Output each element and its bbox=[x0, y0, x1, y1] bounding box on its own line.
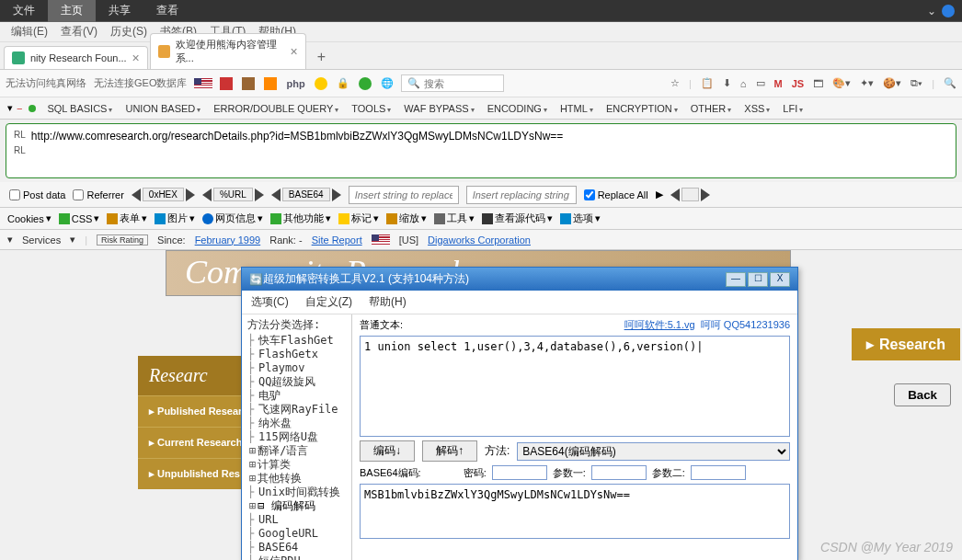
other-tool[interactable]: 其他功能▾ bbox=[270, 211, 331, 225]
tree-item[interactable]: GoogleURL bbox=[247, 527, 346, 541]
lock-icon[interactable]: 🔒 bbox=[337, 77, 349, 89]
options-tool[interactable]: 选项▾ bbox=[560, 211, 601, 225]
dialog-titlebar[interactable]: 🔄 超级加解密转换工具V2.1 (支持104种方法) — ☐ X bbox=[242, 268, 797, 291]
method-tree[interactable]: 方法分类选择: 快车FlashGet FlashGetx Playmov QQ超… bbox=[242, 314, 352, 560]
expand-icon[interactable]: ⌄ bbox=[927, 5, 936, 17]
form-tool[interactable]: 表单▾ bbox=[107, 211, 147, 225]
clipboard-icon[interactable]: 📋 bbox=[701, 77, 714, 89]
js-icon[interactable]: JS bbox=[792, 78, 804, 89]
insert-find-input[interactable] bbox=[349, 186, 459, 204]
mobile-icon[interactable]: ▭ bbox=[756, 77, 765, 89]
insert-replace-input[interactable] bbox=[466, 186, 577, 204]
encryption-menu[interactable]: ENCRYPTION bbox=[601, 101, 682, 116]
tab-view[interactable]: 查看 bbox=[143, 0, 191, 22]
home-icon[interactable]: ⌂ bbox=[740, 78, 747, 89]
source-tool[interactable]: 查看源代码▾ bbox=[482, 211, 553, 225]
company-link[interactable]: Digaworks Corporation bbox=[428, 234, 531, 246]
window-icon[interactable]: ⧉▾ bbox=[910, 77, 922, 89]
xss-menu[interactable]: XSS bbox=[739, 101, 774, 116]
tools-menu[interactable]: TOOLS bbox=[347, 101, 395, 116]
decode-button[interactable]: 解码↑ bbox=[422, 440, 477, 462]
plain-text-input[interactable]: 1 union select 1,user(),3,4,database(),6… bbox=[360, 336, 790, 437]
waf-bypass-menu[interactable]: WAF BYPASS bbox=[399, 101, 478, 116]
lfi-menu[interactable]: LFI bbox=[778, 101, 807, 116]
sidebar-item-unpublished[interactable]: Unpublished Res bbox=[138, 458, 258, 489]
tab-file[interactable]: 文件 bbox=[0, 0, 48, 22]
param1-input[interactable] bbox=[591, 465, 647, 480]
menu-view[interactable]: 查看(V) bbox=[57, 22, 101, 41]
m-icon[interactable]: M bbox=[774, 78, 783, 89]
tree-group-encoding[interactable]: ⊟ 编码解码 bbox=[247, 499, 346, 513]
globe-icon[interactable]: 🌐 bbox=[381, 77, 394, 89]
menu-options[interactable]: 选项(C) bbox=[251, 294, 289, 310]
password-input[interactable] bbox=[492, 465, 547, 480]
encode-button[interactable]: 编码↓ bbox=[360, 440, 415, 462]
encoding-menu[interactable]: ENCODING bbox=[483, 101, 552, 116]
tool-tool[interactable]: 工具▾ bbox=[434, 211, 475, 225]
base64-chip[interactable]: BASE64 bbox=[271, 188, 341, 201]
plugin-icon[interactable] bbox=[242, 77, 255, 90]
menu-edit[interactable]: 编辑(E) bbox=[7, 22, 52, 41]
tree-item[interactable]: 快车FlashGet bbox=[247, 334, 346, 348]
referrer-checkbox[interactable]: Referrer bbox=[73, 189, 123, 200]
close-icon[interactable]: × bbox=[132, 51, 140, 65]
css-tool[interactable]: CSS▾ bbox=[59, 212, 100, 224]
replace-all-checkbox[interactable]: Replace All bbox=[584, 189, 648, 200]
html-menu[interactable]: HTML bbox=[555, 101, 598, 116]
dot-icon[interactable] bbox=[29, 105, 36, 112]
minimize-button[interactable]: — bbox=[726, 272, 746, 287]
back-button[interactable]: Back bbox=[894, 383, 951, 406]
wave-icon[interactable] bbox=[264, 77, 277, 90]
cookie-icon[interactable]: 🍪▾ bbox=[883, 77, 901, 89]
tree-item[interactable]: 电驴 bbox=[247, 389, 346, 403]
menu-custom[interactable]: 自定义(Z) bbox=[305, 294, 352, 310]
search-input[interactable] bbox=[424, 78, 498, 89]
new-tab-button[interactable]: + bbox=[308, 45, 335, 69]
image-tool[interactable]: 图片▾ bbox=[155, 211, 195, 225]
star-icon[interactable]: ☆ bbox=[670, 77, 680, 89]
maximize-button[interactable]: ☐ bbox=[748, 272, 768, 287]
method-select[interactable]: BASE64(编码解码) bbox=[517, 442, 790, 461]
software-link[interactable]: 呵呵软件:5.1.vg bbox=[624, 319, 695, 330]
param2-input[interactable] bbox=[691, 465, 746, 480]
sql-basics-menu[interactable]: SQL BASICS bbox=[42, 101, 117, 116]
hex-chip[interactable]: 0xHEX bbox=[132, 188, 195, 201]
chevron-down-icon[interactable]: ▾ bbox=[7, 102, 13, 114]
browser-tab-2[interactable]: 欢迎使用熊海内容管理系... × bbox=[150, 33, 306, 69]
search-box[interactable]: 🔍 bbox=[401, 74, 504, 92]
tree-group[interactable]: 翻译/语言 bbox=[247, 444, 346, 458]
output-text[interactable]: MSB1bmlvbiBzZWxlY3QgMSwyLDMsNCw1LDYsNw== bbox=[360, 484, 790, 539]
php-icon[interactable]: php bbox=[286, 78, 304, 89]
tree-item[interactable]: 纳米盘 bbox=[247, 417, 346, 430]
sidebar-item-published[interactable]: Published Resear bbox=[138, 395, 258, 427]
chevron-icon[interactable]: ▾ bbox=[7, 234, 13, 246]
search-icon-2[interactable]: 🔍 bbox=[944, 77, 956, 89]
empty-chip[interactable] bbox=[670, 188, 711, 201]
tree-item[interactable]: 短信PDU bbox=[247, 554, 346, 560]
minus-icon[interactable]: − bbox=[17, 103, 22, 114]
tab-home[interactable]: 主页 bbox=[48, 0, 96, 22]
union-based-menu[interactable]: UNION BASED bbox=[120, 101, 205, 116]
site-report-link[interactable]: Site Report bbox=[312, 234, 362, 246]
research-tab[interactable]: Research bbox=[852, 328, 960, 360]
url-chip[interactable]: %URL bbox=[202, 188, 264, 201]
cards-icon[interactable]: 🗔 bbox=[813, 78, 823, 89]
menu-help[interactable]: 帮助(H) bbox=[369, 294, 407, 310]
tree-item[interactable]: QQ超级旋风 bbox=[247, 375, 346, 389]
tree-item[interactable]: Playmov bbox=[247, 361, 346, 375]
post-data-checkbox[interactable]: Post data bbox=[9, 189, 65, 200]
zoom-tool[interactable]: 缩放▾ bbox=[386, 211, 427, 225]
services-label[interactable]: Services bbox=[22, 234, 61, 246]
tab-share[interactable]: 共享 bbox=[96, 0, 143, 22]
close-icon[interactable]: × bbox=[291, 44, 298, 59]
play-icon[interactable]: ▶ bbox=[656, 189, 663, 200]
tree-item[interactable]: URL bbox=[247, 513, 346, 527]
mark-tool[interactable]: 标记▾ bbox=[338, 211, 379, 225]
bug-icon[interactable] bbox=[359, 77, 372, 90]
since-link[interactable]: February 1999 bbox=[195, 234, 261, 246]
menu-history[interactable]: 历史(S) bbox=[107, 22, 151, 41]
tree-group[interactable]: 计算类 bbox=[247, 458, 346, 472]
tree-item[interactable]: 115网络U盘 bbox=[247, 430, 346, 444]
cookies-tool[interactable]: Cookies▾ bbox=[7, 212, 52, 224]
tree-item[interactable]: Unix时间戳转换 bbox=[247, 486, 346, 499]
